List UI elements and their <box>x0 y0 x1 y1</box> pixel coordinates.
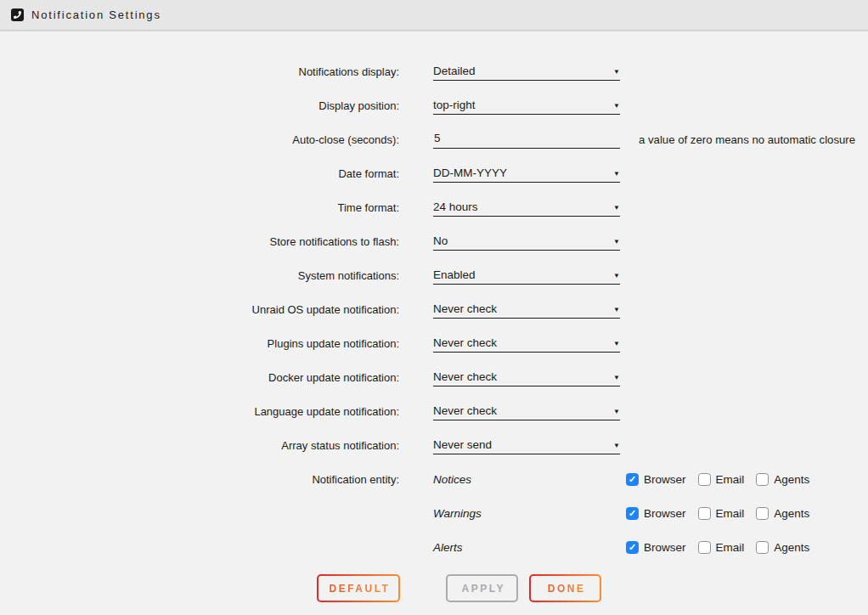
checkbox-notices-email[interactable] <box>698 473 711 486</box>
checkbox-notices-agents[interactable] <box>756 473 769 486</box>
button-inner: APPLY <box>448 576 516 601</box>
row-control: Enabled ▼ <box>433 266 620 285</box>
select-value: top-right <box>433 99 476 111</box>
select-value: 24 hours <box>433 200 478 213</box>
row-control: Never check ▼ <box>433 300 620 319</box>
rows-container: Notifications display: Detailed ▼ Displa… <box>0 54 868 462</box>
checkbox-label: Agents <box>774 541 809 554</box>
select-value: No <box>433 234 448 247</box>
select-display-position[interactable]: top-right ▼ <box>433 96 620 115</box>
select-value: DD-MM-YYYY <box>433 166 507 179</box>
select-value: Detailed <box>433 65 476 77</box>
row-control: Never check ▼ <box>433 402 620 420</box>
row-time-format: Time format: 24 hours ▼ <box>0 190 868 224</box>
entity-row-alerts: Alerts Browser Email Agents <box>0 530 868 564</box>
check-item: Agents <box>756 507 809 520</box>
row-docker-update-notification: Docker update notification: Never check … <box>0 360 868 394</box>
row-label: Display position: <box>0 99 399 112</box>
checkbox-warnings-browser[interactable] <box>626 507 639 520</box>
row-label: Plugins update notification: <box>0 337 399 350</box>
row-label: Array status notification: <box>0 439 399 452</box>
row-control: top-right ▼ <box>433 96 620 115</box>
select-system-notifications[interactable]: Enabled ▼ <box>433 266 620 285</box>
titlebar: Notification Settings <box>0 0 868 31</box>
checkbox-alerts-email[interactable] <box>698 541 711 554</box>
row-store-notifications-to-flash: Store notifications to flash: No ▼ <box>0 224 868 258</box>
select-docker-update-notification[interactable]: Never check ▼ <box>433 368 620 386</box>
checkbox-notices-browser[interactable] <box>626 473 639 486</box>
select-unraid-os-update-notification[interactable]: Never check ▼ <box>433 300 620 319</box>
check-item: Agents <box>756 473 809 486</box>
input-auto-close-seconds[interactable] <box>433 130 620 149</box>
checkbox-alerts-browser[interactable] <box>626 541 639 554</box>
row-control <box>433 130 620 149</box>
check-item: Agents <box>756 541 809 554</box>
select-date-format[interactable]: DD-MM-YYYY ▼ <box>433 164 620 183</box>
button-row: DEFAULT APPLY DONE <box>317 574 868 602</box>
checkbox-label: Email <box>716 473 745 486</box>
row-control: Never check ▼ <box>433 368 620 386</box>
button-label: DEFAULT <box>327 583 390 595</box>
row-notifications-display: Notifications display: Detailed ▼ <box>0 54 868 88</box>
select-language-update-notification[interactable]: Never check ▼ <box>433 402 620 420</box>
checkbox-label: Agents <box>774 507 809 520</box>
row-label: Notifications display: <box>0 65 399 78</box>
done-button[interactable]: DONE <box>529 574 601 602</box>
checkbox-label: Browser <box>644 473 686 486</box>
default-button[interactable]: DEFAULT <box>317 574 400 602</box>
checkbox-warnings-email[interactable] <box>698 507 711 520</box>
check-item: Browser <box>626 507 686 520</box>
button-label: DONE <box>545 583 585 595</box>
phone-icon <box>11 8 24 21</box>
select-array-status-notification[interactable]: Never send ▼ <box>433 436 620 454</box>
row-label: Store notifications to flash: <box>0 235 399 248</box>
apply-button: APPLY <box>446 574 518 602</box>
select-plugins-update-notification[interactable]: Never check ▼ <box>433 334 620 353</box>
row-control: No ▼ <box>433 232 620 251</box>
settings-form: Notifications display: Detailed ▼ Displa… <box>0 31 868 602</box>
button-inner: DEFAULT <box>318 576 398 601</box>
entity-name: Notices <box>433 473 626 486</box>
select-value: Never check <box>433 370 497 383</box>
row-control: Never check ▼ <box>433 334 620 353</box>
chevron-down-icon: ▼ <box>613 103 620 111</box>
check-group: Browser Email Agents <box>626 541 809 554</box>
page-title: Notification Settings <box>31 8 161 21</box>
chevron-down-icon: ▼ <box>613 409 620 417</box>
row-label: Auto-close (seconds): <box>0 133 399 146</box>
row-language-update-notification: Language update notification: Never chec… <box>0 394 868 428</box>
row-label: Notification entity: <box>0 473 399 486</box>
select-value: Never send <box>433 438 492 451</box>
row-control: Never send ▼ <box>433 436 620 454</box>
row-label: Docker update notification: <box>0 371 399 384</box>
select-store-notifications-to-flash[interactable]: No ▼ <box>433 232 620 251</box>
chevron-down-icon: ▼ <box>613 69 620 77</box>
select-notifications-display[interactable]: Detailed ▼ <box>433 62 620 81</box>
entity-row-warnings: Warnings Browser Email Agents <box>0 496 868 530</box>
checkbox-label: Email <box>716 507 745 520</box>
row-date-format: Date format: DD-MM-YYYY ▼ <box>0 156 868 190</box>
row-label: Language update notification: <box>0 405 399 418</box>
button-inner: DONE <box>531 576 600 601</box>
row-label: System notifications: <box>0 269 399 282</box>
check-item: Email <box>698 473 745 486</box>
chevron-down-icon: ▼ <box>613 443 620 451</box>
row-label: Date format: <box>0 167 399 180</box>
row-control: DD-MM-YYYY ▼ <box>433 164 620 183</box>
checkbox-alerts-agents[interactable] <box>756 541 769 554</box>
row-array-status-notification: Array status notification: Never send ▼ <box>0 428 868 462</box>
chevron-down-icon: ▼ <box>613 375 620 383</box>
checkbox-label: Email <box>716 541 745 554</box>
entity-name: Alerts <box>433 541 626 554</box>
check-group: Browser Email Agents <box>626 473 809 486</box>
select-time-format[interactable]: 24 hours ▼ <box>433 198 620 217</box>
button-label: APPLY <box>459 583 505 595</box>
chevron-down-icon: ▼ <box>613 171 620 179</box>
entity-name: Warnings <box>433 507 626 520</box>
field-note: a value of zero means no automatic closu… <box>639 133 855 146</box>
chevron-down-icon: ▼ <box>613 273 620 281</box>
checkbox-warnings-agents[interactable] <box>756 507 769 520</box>
check-item: Email <box>698 541 745 554</box>
row-control: Detailed ▼ <box>433 62 620 81</box>
entity-container: Notification entity: Notices Browser Ema… <box>0 462 868 564</box>
